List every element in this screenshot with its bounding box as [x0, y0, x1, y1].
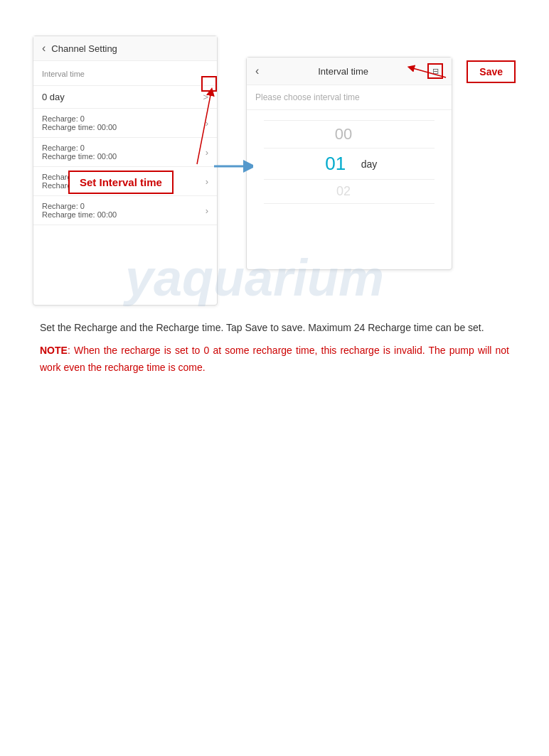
- recharge-info-2: Recharge: 0 Recharge time: 00:00: [42, 144, 117, 161]
- picker-area[interactable]: 00 01 day 02: [247, 110, 452, 214]
- interval-value-row[interactable]: 0 day >: [33, 86, 217, 109]
- recharge-arrow-3: ›: [206, 176, 208, 187]
- picker-divider-top: [264, 120, 435, 121]
- interval-arrow: >: [203, 92, 208, 102]
- recharge-label-4: Recharge: 0: [42, 202, 117, 210]
- picker-divider-bot: [264, 203, 435, 204]
- recharge-row-4[interactable]: Recharge: 0 Recharge time: 00:00 ›: [33, 196, 217, 225]
- recharge-info-4: Recharge: 0 Recharge time: 00:00: [42, 202, 117, 219]
- picker-bottom-number: 02: [329, 184, 358, 199]
- right-panel: ‹ Interval time ⊟ Save Please ch: [246, 57, 452, 270]
- left-back-icon[interactable]: ‹: [42, 42, 46, 55]
- note-label: NOTE: [40, 345, 68, 356]
- red-pointer-box: [201, 76, 217, 92]
- save-annotation: Save: [467, 60, 516, 83]
- description-main: Set the Recharge and the Recharge time. …: [40, 320, 509, 337]
- picker-selected-number: 01: [321, 153, 350, 175]
- screenshot-area: ‹ Channel Setting Interval time 0 day >: [33, 36, 516, 306]
- recharge-row-2[interactable]: Recharge: 0 Recharge time: 00:00 ›: [33, 138, 217, 167]
- interval-value: 0 day: [42, 92, 65, 102]
- recharge-time-4: Recharge time: 00:00: [42, 210, 117, 219]
- recharge-label-2: Recharge: 0: [42, 144, 117, 152]
- recharge-info-1: Recharge: 0 Recharge time: 00:00: [42, 114, 117, 131]
- right-panel-title: Interval time: [259, 66, 427, 77]
- picker-row-bottom: 02: [329, 183, 369, 200]
- description-area: Set the Recharge and the Recharge time. …: [33, 320, 516, 376]
- right-panel-header: ‹ Interval time ⊟ Save: [247, 58, 452, 85]
- interval-time-label: Interval time: [42, 70, 85, 78]
- recharge-label-1: Recharge: 0: [42, 114, 117, 123]
- note-text: NOTE: When the recharge is set to 0 at s…: [40, 342, 509, 377]
- note-body: : When the recharge is set to 0 at some …: [40, 345, 509, 373]
- recharge-arrow-1: ›: [206, 118, 208, 129]
- left-panel-header: ‹ Channel Setting: [33, 36, 217, 61]
- interval-time-label-row: Interval time: [33, 61, 217, 86]
- blue-arrow-svg: [214, 153, 253, 180]
- recharge-arrow-2: ›: [206, 147, 208, 158]
- right-panel-subtitle: Please choose interval time: [247, 85, 452, 110]
- recharge-row-1[interactable]: Recharge: 0 Recharge time: 00:00 ›: [33, 109, 217, 138]
- picker-row-selected: 01 day: [321, 151, 378, 176]
- picker-selected-unit: day: [361, 158, 378, 170]
- picker-divider-mid2: [264, 179, 435, 180]
- set-interval-annotation: Set Interval time: [68, 171, 174, 194]
- picker-top-number: 00: [329, 125, 358, 144]
- recharge-time-1: Recharge time: 00:00: [42, 123, 117, 131]
- picker-divider-mid1: [264, 148, 435, 148]
- page-container: ‹ Channel Setting Interval time 0 day >: [0, 0, 549, 756]
- left-panel-title: Channel Setting: [51, 43, 117, 54]
- picker-row-top: 00: [329, 124, 369, 145]
- recharge-arrow-4: ›: [206, 205, 208, 216]
- recharge-time-2: Recharge time: 00:00: [42, 152, 117, 161]
